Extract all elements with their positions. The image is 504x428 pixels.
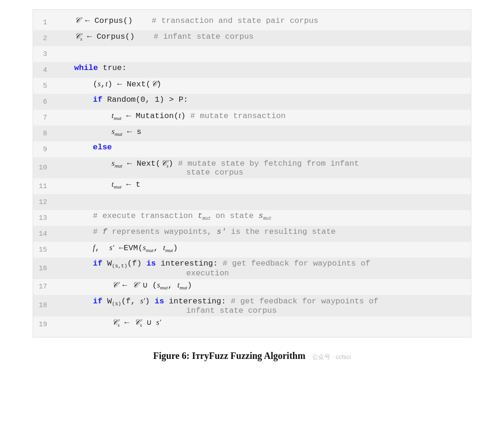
line-number: 3 — [33, 51, 56, 58]
line-number: 17 — [33, 283, 56, 290]
code-line: 9else — [33, 141, 471, 157]
line-content: 𝒞 ← 𝒞 ∪ (smut, tmut) — [56, 279, 471, 292]
line-content — [56, 46, 471, 58]
line-number: 11 — [33, 183, 56, 190]
line-number: 5 — [33, 83, 56, 90]
code-line: 15f, s′ ←EVM(smut, tmut) — [33, 242, 471, 258]
code-line: 4while true: — [33, 62, 471, 78]
line-content: tmut ← Mutation(t) # mutate transaction — [56, 110, 471, 123]
code-line: 7tmut ← Mutation(t) # mutate transaction — [33, 110, 471, 126]
code-line: 13# execute transaction tmut on state sm… — [33, 210, 471, 226]
code-block: 1𝒞 ← Corpus() # transaction and state pa… — [33, 9, 471, 337]
code-line: 1𝒞 ← Corpus() # transaction and state pa… — [33, 14, 471, 30]
figure-caption: Figure 6: IтryFuzz Fuzzing Algorithm 公众号… — [153, 351, 350, 361]
line-number: 7 — [33, 114, 56, 121]
line-content: tmut ← t — [56, 178, 471, 191]
code-line: 16if W(s,t)(f) is interesting: # get fee… — [33, 258, 471, 279]
line-number: 15 — [33, 246, 56, 253]
code-line: 8smut ← s — [33, 126, 471, 141]
line-content: smut ← Next(𝒞s) # mutate state by fetchi… — [56, 157, 471, 178]
line-content: # f represents waypoints, s′ is the resu… — [56, 226, 471, 238]
line-number: 13 — [33, 215, 56, 222]
code-line: 17𝒞 ← 𝒞 ∪ (smut, tmut) — [33, 279, 471, 295]
line-content: if W(s,t)(f) is interesting: # get feedb… — [56, 258, 471, 279]
code-line: 5(s,t) ← Next(𝒞) — [33, 78, 471, 94]
code-line: 19𝒞s ← 𝒞s ∪ s′ — [33, 316, 471, 332]
line-number: 18 — [33, 302, 56, 309]
line-content: smut ← s — [56, 126, 471, 139]
line-content: while true: — [56, 62, 471, 74]
code-line: 11tmut ← t — [33, 178, 471, 194]
line-content: 𝒞s ← 𝒞s ∪ s′ — [56, 316, 471, 330]
line-number: 19 — [33, 321, 56, 328]
line-number: 12 — [33, 199, 56, 206]
line-number: 8 — [33, 130, 56, 137]
line-number: 6 — [33, 98, 56, 105]
line-content: (s,t) ← Next(𝒞) — [56, 78, 471, 90]
line-number: 16 — [33, 265, 56, 272]
line-content: # execute transaction tmut on state smut — [56, 210, 471, 223]
code-line: 10smut ← Next(𝒞s) # mutate state by fetc… — [33, 157, 471, 178]
code-line: 14# f represents waypoints, s′ is the re… — [33, 226, 471, 242]
line-number: 4 — [33, 67, 56, 74]
code-line: 2𝒞s ← Corpus() # infant state corpus — [33, 30, 471, 46]
line-number: 10 — [33, 164, 56, 171]
line-number: 9 — [33, 146, 56, 153]
code-line: 18if W(s)(f, s′) is interesting: # get f… — [33, 295, 471, 316]
code-line: 6if Random(0, 1) > P: — [33, 94, 471, 110]
line-content: else — [56, 141, 471, 153]
line-content — [56, 194, 471, 206]
line-content: if W(s)(f, s′) is interesting: # get fee… — [56, 295, 471, 316]
code-line: 3 — [33, 46, 471, 62]
line-content: if Random(0, 1) > P: — [56, 94, 471, 105]
line-number: 14 — [33, 231, 56, 238]
line-number: 1 — [33, 19, 56, 26]
line-content: f, s′ ←EVM(smut, tmut) — [56, 242, 471, 255]
line-number: 2 — [33, 35, 56, 42]
watermark: 公众号 · ccfsci — [312, 353, 350, 360]
line-content: 𝒞s ← Corpus() # infant state corpus — [56, 30, 471, 43]
code-line: 12 — [33, 194, 471, 210]
line-content: 𝒞 ← Corpus() # transaction and state pai… — [56, 14, 471, 27]
